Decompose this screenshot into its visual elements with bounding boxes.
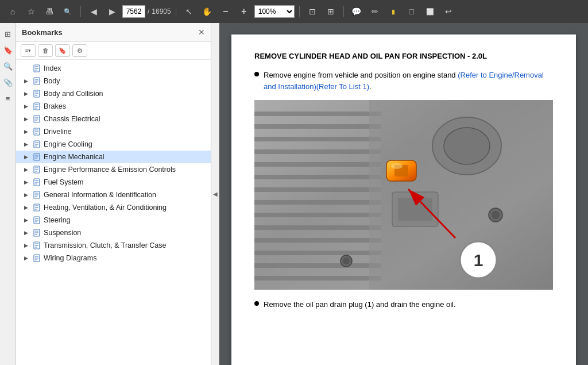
svg-rect-78: [254, 263, 381, 268]
expand-arrow-brakes: ▶: [22, 102, 30, 110]
bm-icon-suspension: [32, 228, 41, 237]
bm-icon-driveline: [32, 127, 41, 136]
pen-button[interactable]: ✏: [367, 3, 383, 20]
expand-arrow-engine-performance: ▶: [22, 166, 30, 174]
bm-icon-engine-mechanical: [32, 152, 41, 162]
sidebar-bookmarks-button[interactable]: 🔖: [2, 44, 14, 56]
bm-icon-transmission: [32, 241, 41, 250]
bookmark-item-fuel[interactable]: ▶ Fuel System: [16, 176, 211, 189]
expand-arrow-wiring: ▶: [22, 254, 30, 262]
expand-arrow-transmission: ▶: [22, 241, 30, 249]
bookmark-item-body[interactable]: ▶ Body: [16, 75, 211, 87]
bookmarks-settings-button[interactable]: ⚙: [72, 44, 87, 57]
bookmark-label-brakes: Brakes: [44, 102, 66, 110]
bookmarks-delete-button[interactable]: 🗑: [38, 44, 53, 57]
bookmarks-add-button[interactable]: 🔖: [55, 44, 70, 57]
bookmarks-expand-all-button[interactable]: ≡▾: [21, 44, 36, 57]
bookmark-item-general[interactable]: ▶ General Information & Identification: [16, 189, 211, 201]
bookmark-label-driveline: Driveline: [44, 128, 72, 136]
bm-icon-engine-performance: [32, 165, 41, 174]
bookmark-item-engine-performance[interactable]: ▶ Engine Performance & Emission Controls: [16, 163, 211, 176]
shape-button[interactable]: □: [404, 3, 420, 20]
bookmark-item-index[interactable]: Index: [16, 62, 211, 75]
bm-icon-steering: [32, 216, 41, 225]
bookmark-item-wiring[interactable]: ▶ Wiring Diagrams: [16, 252, 211, 264]
prev-page-button[interactable]: ◀: [86, 3, 102, 20]
toolbar-separator-3: [299, 6, 300, 17]
bm-icon-wiring: [32, 253, 41, 263]
zoom-in-button[interactable]: +: [236, 3, 252, 20]
undo-button[interactable]: ↩: [440, 3, 457, 20]
settings-icon: ⚙: [77, 47, 83, 55]
fit-page-button[interactable]: ⊡: [304, 3, 320, 20]
plus-icon: +: [241, 6, 246, 17]
pdf-page: REMOVE CYLINDER HEAD AND OIL PAN FOR INS…: [231, 34, 576, 365]
sidebar-thumbnail-button[interactable]: ⊞: [2, 28, 14, 40]
bookmark-item-transmission[interactable]: ▶ Transmission, Clutch, & Transfer Case: [16, 239, 211, 252]
bullet-dot-1: [254, 72, 259, 76]
home-button[interactable]: ⌂: [5, 3, 21, 20]
panel-toggle[interactable]: ◀: [211, 23, 219, 365]
multi-page-icon: ⊞: [327, 7, 334, 16]
svg-rect-74: [254, 213, 381, 217]
hand-tool-button[interactable]: ✋: [199, 3, 215, 20]
zoom-out-page-button[interactable]: 🔍: [60, 3, 76, 20]
svg-rect-71: [254, 175, 381, 179]
bookmark-item-engine-cooling[interactable]: ▶ Engine Cooling: [16, 138, 211, 151]
bookmark-icon: 🔖: [3, 46, 13, 55]
bookmark-item-chassis[interactable]: ▶ Chassis Electrical: [16, 113, 211, 125]
next-page-button[interactable]: ▶: [104, 3, 120, 20]
bookmark-label-engine-mechanical: Engine Mechanical: [44, 153, 105, 161]
comment-button[interactable]: 💬: [349, 3, 365, 20]
bookmarks-close-button[interactable]: ✕: [198, 28, 205, 37]
bm-icon-body: [32, 76, 41, 86]
svg-rect-72: [254, 187, 381, 192]
bookmark-item-steering[interactable]: ▶ Steering: [16, 214, 211, 226]
page-indicator: / 16905: [122, 5, 171, 18]
attachment-icon: 📎: [3, 78, 13, 87]
sidebar-attachments-button[interactable]: 📎: [2, 76, 14, 89]
expand-arrow-body: ▶: [22, 77, 30, 85]
zoom-out-button[interactable]: −: [218, 3, 234, 20]
svg-rect-69: [254, 149, 381, 154]
bookmark-item-body-collision[interactable]: ▶ Body and Collision: [16, 87, 211, 100]
bookmark-item-suspension[interactable]: ▶ Suspension: [16, 226, 211, 239]
print-button[interactable]: 🖶: [41, 3, 57, 20]
bookmark-label-steering: Steering: [44, 216, 71, 224]
bookmark-label-index: Index: [44, 64, 61, 72]
sidebar-layers-button[interactable]: ≡: [2, 92, 14, 105]
main-area: ⊞ 🔖 🔍 📎 ≡ Bookmarks ✕ ≡▾ 🗑 🔖: [0, 23, 588, 365]
zoom-select[interactable]: 50% 75% 100% 125% 150% 200%: [254, 5, 295, 18]
bookmarks-list: Index ▶ Body ▶ Body and Collision ▶: [16, 60, 211, 365]
home-icon: ⌂: [10, 7, 15, 16]
layers-icon: ≡: [6, 94, 10, 103]
cursor-tool-button[interactable]: ↖: [181, 3, 197, 20]
bookmark-star-button[interactable]: ☆: [23, 3, 39, 20]
shape-icon: □: [409, 7, 413, 16]
bm-icon-fuel: [32, 178, 41, 187]
expand-arrow-chassis: ▶: [22, 115, 30, 123]
bookmark-item-hvac[interactable]: ▶ Heating, Ventilation, & Air Conditioni…: [16, 201, 211, 214]
bookmark-label-wiring: Wiring Diagrams: [44, 254, 96, 262]
delete-icon: 🗑: [42, 47, 49, 54]
star-icon: ☆: [28, 7, 35, 16]
highlight-button[interactable]: ▮: [385, 3, 401, 20]
toolbar: ⌂ ☆ 🖶 🔍 ◀ ▶ / 16905 ↖ ✋ − + 50% 75% 100%…: [0, 0, 588, 23]
bookmark-item-driveline[interactable]: ▶ Driveline: [16, 125, 211, 138]
eraser-button[interactable]: ⬜: [422, 3, 438, 20]
bookmark-label-suspension: Suspension: [44, 229, 81, 237]
bookmarks-title: Bookmarks: [22, 28, 63, 37]
bookmark-item-brakes[interactable]: ▶ Brakes: [16, 100, 211, 113]
bookmark-item-engine-mechanical[interactable]: ▶ Engine Mechanical: [16, 151, 211, 163]
multi-page-button[interactable]: ⊞: [323, 3, 339, 20]
toolbar-separator-2: [176, 6, 176, 17]
thumbnail-icon: ⊞: [5, 30, 11, 39]
bookmark-label-engine-cooling: Engine Cooling: [44, 140, 92, 148]
svg-point-84: [492, 211, 500, 219]
bm-icon-index: [32, 64, 41, 73]
sidebar-search-button[interactable]: 🔍: [2, 60, 14, 72]
page-number-input[interactable]: [122, 5, 145, 18]
page-total: 16905: [152, 7, 171, 16]
bookmark-label-engine-performance: Engine Performance & Emission Controls: [44, 166, 176, 174]
sidebar-icons: ⊞ 🔖 🔍 📎 ≡: [0, 23, 16, 365]
